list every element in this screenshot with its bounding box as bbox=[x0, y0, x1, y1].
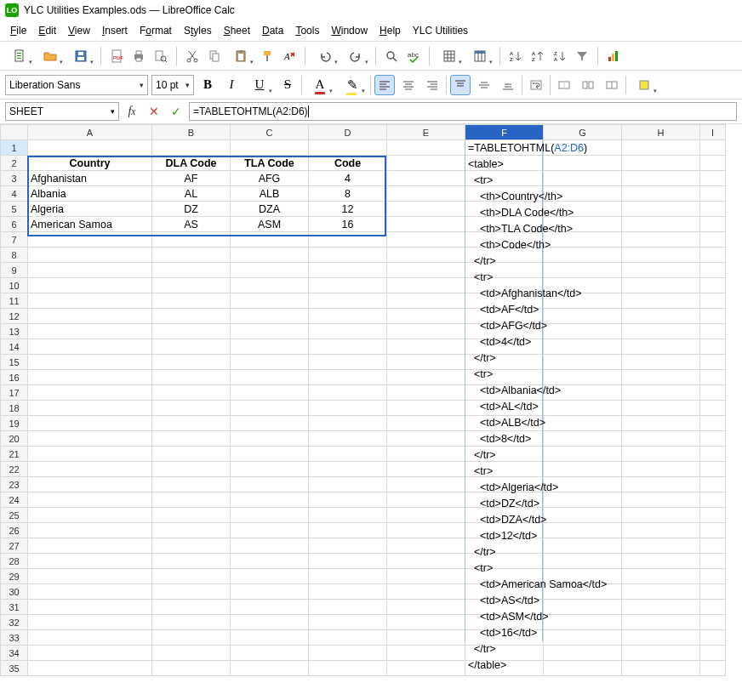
cell-D12[interactable] bbox=[309, 309, 387, 324]
cell-C24[interactable] bbox=[231, 492, 309, 508]
cell-D9[interactable] bbox=[309, 263, 387, 278]
cell-B16[interactable] bbox=[152, 370, 231, 385]
cell-D7[interactable] bbox=[309, 232, 387, 248]
cell-F5[interactable] bbox=[465, 202, 544, 217]
cell-E19[interactable] bbox=[387, 416, 465, 431]
cell-F21[interactable] bbox=[465, 447, 544, 462]
col-header-H[interactable]: H bbox=[622, 125, 700, 140]
cell-C9[interactable] bbox=[231, 263, 309, 278]
cell-B9[interactable] bbox=[152, 263, 231, 278]
col-header-E[interactable]: E bbox=[387, 125, 465, 140]
cell-G9[interactable] bbox=[544, 263, 622, 278]
cut-button[interactable] bbox=[182, 46, 203, 66]
menu-insert[interactable]: Insert bbox=[97, 23, 133, 38]
cell-B22[interactable] bbox=[152, 462, 231, 477]
row-header-18[interactable]: 18 bbox=[1, 401, 28, 416]
cell-H24[interactable] bbox=[622, 492, 700, 508]
cell-B3[interactable]: AF bbox=[152, 171, 231, 186]
row-header-3[interactable]: 3 bbox=[1, 171, 28, 186]
cell-D11[interactable] bbox=[309, 293, 387, 309]
cell-B24[interactable] bbox=[152, 492, 231, 508]
cell-H21[interactable] bbox=[622, 447, 700, 462]
cell-I7[interactable] bbox=[700, 232, 726, 248]
row-header-22[interactable]: 22 bbox=[1, 462, 28, 477]
cell-E4[interactable] bbox=[387, 186, 465, 202]
cell-A12[interactable] bbox=[28, 309, 152, 324]
cell-C20[interactable] bbox=[231, 431, 309, 447]
cell-D20[interactable] bbox=[309, 431, 387, 447]
new-button[interactable] bbox=[5, 46, 34, 66]
column-button[interactable] bbox=[465, 46, 494, 66]
cell-A23[interactable] bbox=[28, 477, 152, 492]
cell-G4[interactable] bbox=[544, 186, 622, 202]
cell-C14[interactable] bbox=[231, 339, 309, 355]
col-header-C[interactable]: C bbox=[231, 125, 309, 140]
cell-B25[interactable] bbox=[152, 508, 231, 523]
cell-I4[interactable] bbox=[700, 186, 726, 202]
cell-C35[interactable] bbox=[231, 661, 309, 676]
col-header-G[interactable]: G bbox=[544, 125, 622, 140]
cell-I17[interactable] bbox=[700, 385, 726, 401]
cell-H28[interactable] bbox=[622, 554, 700, 569]
bold-button[interactable]: B bbox=[197, 75, 218, 95]
cell-A6[interactable]: American Samoa bbox=[28, 217, 152, 232]
cell-B11[interactable] bbox=[152, 293, 231, 309]
cell-E35[interactable] bbox=[387, 661, 465, 676]
cell-I3[interactable] bbox=[700, 171, 726, 186]
formula-input[interactable]: =TABLETOHTML(A2:D6) bbox=[189, 102, 737, 121]
row-button[interactable] bbox=[435, 46, 464, 66]
cell-B35[interactable] bbox=[152, 661, 231, 676]
cell-A25[interactable] bbox=[28, 508, 152, 523]
cell-H25[interactable] bbox=[622, 508, 700, 523]
cell-D29[interactable] bbox=[309, 569, 387, 584]
cell-A34[interactable] bbox=[28, 646, 152, 661]
cell-G7[interactable] bbox=[544, 232, 622, 248]
cell-B20[interactable] bbox=[152, 431, 231, 447]
cell-D14[interactable] bbox=[309, 339, 387, 355]
cell-G8[interactable] bbox=[544, 248, 622, 263]
cell-I30[interactable] bbox=[700, 584, 726, 600]
cell-E11[interactable] bbox=[387, 293, 465, 309]
cell-F13[interactable] bbox=[465, 324, 544, 339]
cell-A13[interactable] bbox=[28, 324, 152, 339]
row-header-10[interactable]: 10 bbox=[1, 278, 28, 293]
cell-E32[interactable] bbox=[387, 615, 465, 630]
highlight-button[interactable]: ✎ bbox=[338, 75, 367, 95]
row-header-17[interactable]: 17 bbox=[1, 385, 28, 401]
cell-A29[interactable] bbox=[28, 569, 152, 584]
cell-G1[interactable] bbox=[544, 140, 622, 156]
cell-E33[interactable] bbox=[387, 630, 465, 646]
cell-H20[interactable] bbox=[622, 431, 700, 447]
cell-A11[interactable] bbox=[28, 293, 152, 309]
cell-F25[interactable] bbox=[465, 508, 544, 523]
cell-E29[interactable] bbox=[387, 569, 465, 584]
cell-A35[interactable] bbox=[28, 661, 152, 676]
cell-E13[interactable] bbox=[387, 324, 465, 339]
row-header-35[interactable]: 35 bbox=[1, 661, 28, 676]
cell-I13[interactable] bbox=[700, 324, 726, 339]
cell-F27[interactable] bbox=[465, 538, 544, 554]
cell-A8[interactable] bbox=[28, 248, 152, 263]
cell-H2[interactable] bbox=[622, 156, 700, 171]
cell-C30[interactable] bbox=[231, 584, 309, 600]
cell-D33[interactable] bbox=[309, 630, 387, 646]
cell-H6[interactable] bbox=[622, 217, 700, 232]
row-header-8[interactable]: 8 bbox=[1, 248, 28, 263]
cell-F4[interactable] bbox=[465, 186, 544, 202]
cell-E14[interactable] bbox=[387, 339, 465, 355]
cell-B23[interactable] bbox=[152, 477, 231, 492]
cell-A28[interactable] bbox=[28, 554, 152, 569]
cell-A19[interactable] bbox=[28, 416, 152, 431]
cell-G12[interactable] bbox=[544, 309, 622, 324]
cell-B33[interactable] bbox=[152, 630, 231, 646]
cell-B2[interactable]: DLA Code bbox=[152, 156, 231, 171]
cell-A9[interactable] bbox=[28, 263, 152, 278]
cell-C3[interactable]: AFG bbox=[231, 171, 309, 186]
cell-E31[interactable] bbox=[387, 600, 465, 615]
cell-A33[interactable] bbox=[28, 630, 152, 646]
row-header-15[interactable]: 15 bbox=[1, 355, 28, 370]
find-button[interactable] bbox=[381, 46, 402, 66]
menu-window[interactable]: Window bbox=[326, 23, 373, 38]
cell-E3[interactable] bbox=[387, 171, 465, 186]
cell-B13[interactable] bbox=[152, 324, 231, 339]
